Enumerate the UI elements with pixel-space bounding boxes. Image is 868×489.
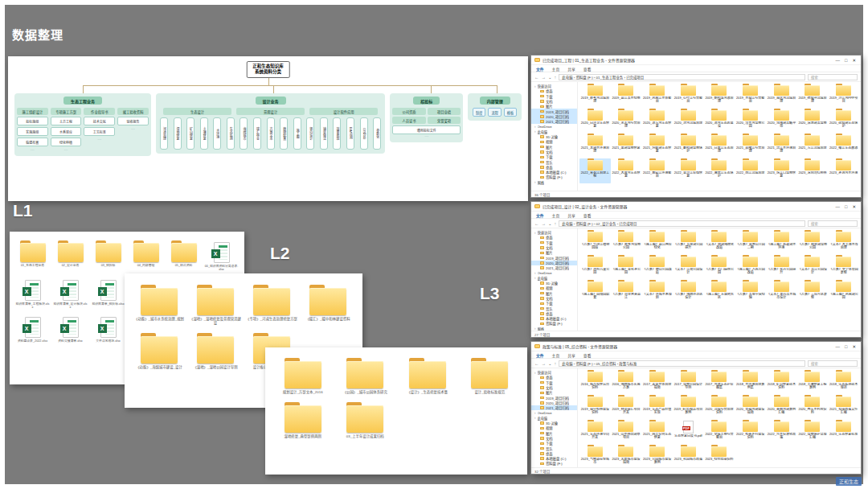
ribbon-tab[interactable]: 主页 — [552, 66, 560, 72]
folder-item[interactable]: 2021_巢湖湿地修复 — [611, 134, 642, 158]
recent-locations-button[interactable]: ⌄ — [548, 361, 552, 366]
folder-item[interactable]: 2018_水环境治理案例集 — [735, 370, 766, 395]
folder-item[interactable]: 2017_湿地公园设计导则 — [673, 370, 704, 395]
folder-item[interactable]: 2019_楞塘冲流域治理 — [797, 84, 829, 109]
folder-item[interactable]: 《施工图》东盟商务区 — [704, 280, 735, 305]
address-path[interactable]: 此电脑 › 资料盘 (F:) › 02_设计业务 › 已完成项目 — [559, 220, 805, 227]
folder-item[interactable]: 《方案》相思湖湿地公园 — [797, 230, 829, 255]
folder-item[interactable]: 2019_碳中和林建设资料 — [579, 395, 611, 420]
folder-item[interactable]: 2017_黑臭水体治理指南 — [641, 370, 673, 395]
folder-item[interactable]: 《施工图》邕江两岸绿化 — [641, 230, 673, 255]
folder-item[interactable]: 《施工图》金花茶公园 — [611, 255, 642, 280]
excel-file-item[interactable]: X知识库清单_设计板块.xlsx — [51, 277, 89, 310]
folder-item[interactable]: 2022_澜沧江生态保护 — [704, 158, 735, 183]
folder-item[interactable]: 2022_怒江流域治理 — [735, 158, 766, 183]
folder-item[interactable]: 2019_水塘江综合整治 — [735, 84, 766, 109]
folder-item[interactable]: 《方案》三岸片区景观 — [797, 280, 829, 305]
forward-button[interactable]: → — [542, 361, 547, 366]
folder-item[interactable]: 2016_海绵城市实施方案 — [611, 370, 642, 395]
ribbon-tab[interactable]: 文件 — [536, 352, 544, 358]
folder-item[interactable]: 《方案》狮山公园改造 — [641, 255, 673, 280]
folder-item[interactable]: 2019_那考河流域治理 — [579, 84, 611, 109]
folder-item[interactable]: 03_上半年设计成果归档 — [334, 402, 397, 438]
ribbon-tab[interactable]: 主页 — [552, 352, 560, 358]
folder-item[interactable]: 2016_城市双修试点资料 — [579, 370, 611, 395]
folder-item[interactable]: 2020_再生水利用资料 — [797, 395, 829, 420]
folder-item[interactable]: 2021_山水林田湖草项目 — [611, 420, 642, 445]
ribbon-tab[interactable]: 文件 — [536, 66, 544, 72]
folder-item[interactable]: 2023_公园城市建设案例 — [641, 445, 673, 467]
folder-item[interactable]: 2022_大渡河生态修复 — [611, 158, 642, 183]
recent-locations-button[interactable]: ⌄ — [548, 75, 552, 80]
maximize-button[interactable]: □ — [845, 204, 847, 209]
folder-item[interactable]: 《方案》竹排江植物园段 — [579, 230, 611, 255]
ribbon-tab[interactable]: 共享 — [567, 352, 575, 358]
forward-button[interactable]: → — [542, 75, 547, 80]
close-button[interactable]: ✕ — [852, 204, 856, 209]
back-button[interactable]: ← — [534, 75, 539, 80]
folder-item[interactable]: 2018_土壤修复工程案例 — [797, 370, 829, 395]
folder-item[interactable]: 《碳汇》_碳中和林建设资料 — [300, 285, 356, 325]
folder-item[interactable]: 2018_生态监测技术规范 — [828, 370, 859, 395]
folder-item[interactable]: 2022_全域土地综合整治 — [704, 420, 735, 445]
folder-item[interactable]: 2023_花园城市政策 — [673, 445, 704, 467]
folder-item[interactable]: 《施工图》人民公园改造 — [735, 255, 766, 280]
folder-item[interactable]: 2021_太湖水环境治理 — [579, 134, 611, 158]
folder-item[interactable]: 05_综合资料 — [165, 240, 203, 272]
folder-item[interactable]: 2019_凤凰江水体整治 — [641, 84, 673, 109]
folder-item[interactable]: 2021_生态环境导向开发 — [579, 420, 611, 445]
up-button[interactable]: ↑ — [555, 75, 557, 80]
ribbon-tab[interactable]: 查看 — [583, 352, 592, 358]
folder-item[interactable]: 2023_茅洲河水环境 — [828, 158, 859, 183]
folder-item[interactable]: 2020_渭河生态区建设 — [704, 109, 735, 134]
folder-item[interactable]: 《施工图》园博园配套 — [579, 280, 611, 305]
folder-item[interactable]: 2023_绿色低碳资料 — [704, 445, 735, 467]
folder-item[interactable]: 2019_林业碳汇项目开发 — [611, 395, 642, 420]
folder-item[interactable]: 《方案》石门森林公园 — [704, 255, 735, 280]
folder-item[interactable]: 《文本》滨江公园设计 — [797, 255, 829, 280]
excel-file-item[interactable]: X知识库清单_工程板块.xlsx — [14, 277, 51, 310]
minimize-button[interactable]: — — [836, 204, 841, 209]
folder-item[interactable]: 《设计》_生态修复技术集 — [396, 358, 459, 394]
folder-item[interactable]: 2021_白龙江生态治理 — [704, 134, 735, 158]
folder-item[interactable]: 2022_湿地保护法规汇编 — [797, 420, 829, 445]
folder-item[interactable]: 《施工图》凤凰湖公园 — [828, 280, 859, 305]
folder-item[interactable]: 2020_汾河流域治理 — [673, 109, 704, 134]
folder-item[interactable]: 2019_生态产品价值实现 — [641, 395, 673, 420]
folder-item[interactable]: 《方案》李宁体育园景观 — [828, 255, 859, 280]
folder-item[interactable]: 2017_河道生态护岸图集 — [704, 370, 735, 395]
sidebar-item[interactable]: ›网络 — [531, 180, 577, 185]
folder-item[interactable]: 《公园》_城市公园体系研究 — [334, 358, 397, 394]
folder-item[interactable]: 2019_朝阳溪河道治理 — [704, 84, 735, 109]
folder-item[interactable]: 2020_滇池湖滨湿地 — [797, 109, 829, 134]
folder-item[interactable]: 2020_洱海湖滨缓冲带 — [766, 109, 797, 134]
folder-item[interactable]: 《方案》凤岭儿童公园 — [579, 255, 611, 280]
folder-item[interactable]: 2022_和美乡村建设资料 — [735, 420, 766, 445]
folder-item[interactable]: 设计_验收标准规范 — [459, 358, 522, 394]
folder-item[interactable]: 2021_鄱阳湖湿地保护 — [673, 134, 704, 158]
folder-item[interactable]: 《方案》花卉公园提升 — [766, 255, 797, 280]
folder-item[interactable]: 2021_洞庭湖生态修复 — [641, 134, 673, 158]
excel-file-item[interactable]: X文件命名规范.xlsx — [89, 314, 127, 343]
folder-item[interactable]: 《文本》环城水系规划 — [641, 280, 673, 305]
folder-item[interactable]: 2020_抚仙湖生态保护 — [828, 109, 859, 134]
folder-item[interactable]: 2023_气候适应型城市 — [579, 445, 611, 467]
search-box[interactable]: 搜索 — [808, 360, 858, 367]
excel-file-item[interactable]: X知识库清单_招投标.xlsx — [89, 277, 127, 310]
folder-item[interactable]: 《施工图》民歌湖水环境 — [766, 230, 797, 255]
folder-item[interactable]: 02_设计业务 — [51, 240, 89, 272]
folder-item[interactable]: 《方案》百里秀美邕江 — [611, 280, 642, 305]
folder-item[interactable]: 规划设计_方案文本_2016 — [272, 358, 334, 394]
ribbon-tab[interactable]: 共享 — [567, 66, 575, 72]
folder-item[interactable]: 2022_青衣江治理工程 — [579, 158, 611, 183]
folder-item[interactable]: 2022_金沙江岸线修复 — [673, 158, 704, 183]
folder-item[interactable]: 2020_美丽河湖案例汇编 — [766, 395, 797, 420]
folder-item[interactable]: 04_内部管理 — [127, 240, 165, 272]
folder-item[interactable]: 2019_EOD模式项目案例 — [673, 395, 704, 420]
folder-item[interactable]: 2021_国土空间生态修复 — [641, 420, 673, 445]
address-path[interactable]: 此电脑 › 资料盘 (F:) › 01_生态工程业务 › 已完成项目 — [559, 74, 805, 80]
folder-item[interactable]: 《湿地》_湿地修复及景观营造建设 — [187, 285, 244, 325]
folder-item[interactable]: 2022_雅砻江环境整治 — [641, 158, 673, 183]
folder-item[interactable]: 2019_邕江滨水绿地 — [611, 84, 642, 109]
folder-item[interactable]: 2020_幸福河湖建设指南 — [735, 395, 766, 420]
